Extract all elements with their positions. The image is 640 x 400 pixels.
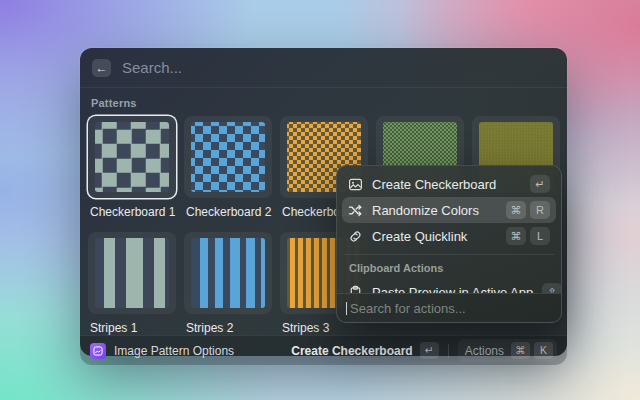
return-key-hint: ↵ [420, 342, 439, 359]
menu-divider [344, 254, 554, 255]
pattern-thumbnail [95, 238, 169, 308]
link-icon [348, 229, 363, 244]
grid-item-stripes-1[interactable]: Stripes 1 [88, 232, 176, 335]
pattern-thumbnail [95, 122, 169, 192]
cmd-key-hint: ⌘ [511, 342, 530, 359]
grid-item-label: Stripes 2 [186, 321, 272, 335]
l-key-hint: L [530, 227, 550, 245]
actions-menu-list: Create Checkerboard ↵ Randomize Colors ⌘… [337, 166, 561, 293]
pattern-thumbnail [191, 122, 265, 192]
text-caret [346, 302, 347, 315]
grid-item-checkerboard-1[interactable]: Checkerboard 1 [88, 116, 176, 219]
actions-button[interactable]: Actions ⌘ K [458, 339, 557, 362]
footer-divider [448, 344, 449, 358]
r-key-hint: R [530, 201, 550, 219]
grid-item-label: Stripes 1 [90, 321, 176, 335]
grid-item-label: Checkerboard 1 [90, 205, 176, 219]
clipboard-icon [348, 285, 363, 294]
cmd-key-hint: ⌘ [506, 227, 526, 245]
search-input[interactable]: Search... [122, 59, 182, 76]
pattern-thumbnail [191, 238, 265, 308]
search-bar: ← Search... [80, 48, 567, 88]
back-button[interactable]: ← [92, 59, 111, 77]
grid-item-stripes-2[interactable]: Stripes 2 [184, 232, 272, 335]
grid-item-label: Stripes 3 [282, 321, 368, 335]
menu-item-paste-preview[interactable]: Paste Preview in Active App ⇧ ⌘ V [342, 279, 556, 293]
arrow-left-icon: ← [96, 62, 108, 74]
return-key-hint: ↵ [530, 175, 550, 193]
menu-item-create-checkerboard[interactable]: Create Checkerboard ↵ [342, 171, 556, 197]
k-key-hint: K [534, 342, 553, 359]
menu-section-clipboard-actions: Clipboard Actions [349, 262, 556, 274]
extension-name: Image Pattern Options [114, 344, 234, 358]
grid-item-checkerboard-2[interactable]: Checkerboard 2 [184, 116, 272, 219]
primary-action-button[interactable]: Create Checkerboard [291, 344, 412, 358]
menu-item-randomize-colors[interactable]: Randomize Colors ⌘ R [342, 197, 556, 223]
actions-menu: Create Checkerboard ↵ Randomize Colors ⌘… [336, 165, 562, 323]
image-icon [348, 177, 363, 192]
status-bar: Image Pattern Options Create Checkerboar… [80, 335, 567, 365]
shuffle-icon [348, 203, 363, 218]
cmd-key-hint: ⌘ [506, 201, 526, 219]
extension-icon [90, 343, 106, 359]
actions-search-input[interactable]: Search for actions... [337, 293, 561, 322]
grid-item-label: Checkerboard 2 [186, 205, 272, 219]
section-title-patterns: Patterns [91, 97, 559, 109]
menu-item-create-quicklink[interactable]: Create Quicklink ⌘ L [342, 223, 556, 249]
image-icon [93, 346, 103, 356]
shift-key-hint: ⇧ [542, 283, 561, 293]
